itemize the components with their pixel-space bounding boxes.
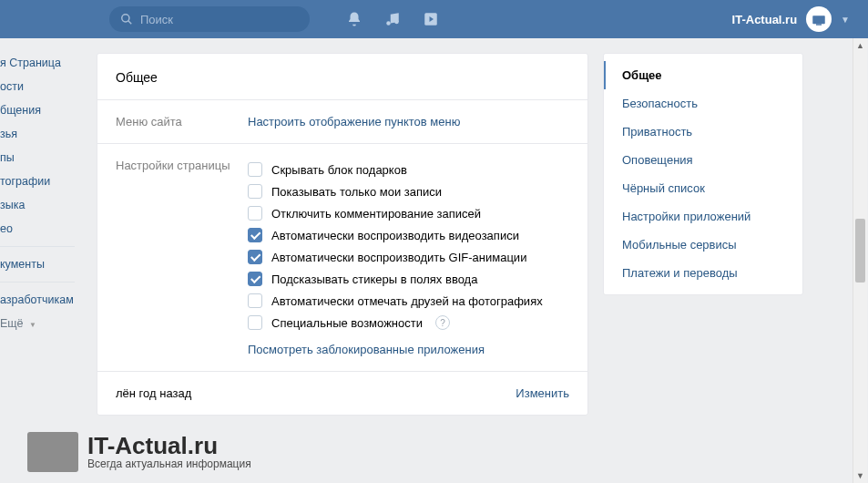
nav-item[interactable]: я Страница: [0, 51, 82, 75]
setting-checkbox-row: Автоматически воспроизводить GIF-анимаци…: [248, 246, 569, 268]
search-icon: [120, 13, 133, 26]
settings-nav-item[interactable]: Мобильные сервисы: [604, 231, 802, 259]
checkbox[interactable]: [248, 293, 262, 308]
chevron-down-icon: ▼: [841, 15, 850, 25]
scroll-up-icon[interactable]: ▲: [853, 38, 867, 53]
settings-nav-item[interactable]: Чёрный список: [604, 174, 802, 202]
setting-checkbox-row: Автоматически воспроизводить видеозаписи: [248, 224, 569, 246]
password-updated-label: лён год назад: [116, 386, 191, 400]
nav-item[interactable]: азработчикам: [0, 288, 82, 312]
nav-separator: [0, 282, 75, 283]
scrollbar[interactable]: ▲ ▼: [853, 38, 867, 483]
setting-checkbox-row: Подсказывать стикеры в полях ввода: [248, 268, 569, 290]
watermark-subtitle: Всегда актуальная информация: [87, 457, 251, 470]
settings-nav: ОбщееБезопасностьПриватностьОповещенияЧё…: [603, 53, 803, 295]
checkbox-label: Специальные возможности: [271, 316, 423, 330]
checkbox-label: Автоматически воспроизводить GIF-анимаци…: [271, 251, 526, 264]
search-box[interactable]: [109, 6, 310, 32]
checkbox[interactable]: [248, 162, 262, 177]
setting-checkbox-row: Отключить комментирование записей: [248, 202, 569, 224]
checkbox-label: Автоматически отмечать друзей на фотогра…: [271, 294, 543, 308]
checkbox-label: Скрывать блок подарков: [271, 163, 407, 177]
scroll-down-icon[interactable]: ▼: [853, 468, 867, 483]
checkbox-label: Автоматически воспроизводить видеозаписи: [271, 229, 519, 242]
nav-item[interactable]: ео: [0, 217, 82, 241]
nav-more[interactable]: Ещё ▼: [0, 312, 82, 335]
settings-nav-item[interactable]: Безопасность: [604, 89, 802, 118]
user-menu[interactable]: IT-Actual.ru ▼: [732, 6, 850, 32]
music-icon[interactable]: [384, 11, 401, 27]
play-icon[interactable]: [423, 11, 439, 27]
help-icon[interactable]: ?: [435, 315, 450, 330]
scroll-thumb[interactable]: [855, 219, 865, 283]
nav-item[interactable]: зыка: [0, 193, 82, 217]
setting-checkbox-row: Скрывать блок подарков: [248, 159, 569, 180]
svg-point-2: [386, 21, 391, 26]
settings-nav-item[interactable]: Настройки приложений: [604, 202, 802, 231]
setting-checkbox-row: Показывать только мои записи: [248, 180, 569, 202]
checkbox[interactable]: [248, 250, 262, 264]
chevron-down-icon: ▼: [29, 321, 36, 329]
checkbox[interactable]: [248, 184, 262, 199]
svg-line-1: [128, 21, 132, 25]
menu-row-label: Меню сайта: [116, 115, 248, 128]
nav-item[interactable]: тографии: [0, 170, 82, 193]
svg-point-0: [122, 15, 129, 22]
search-input[interactable]: [140, 13, 299, 26]
settings-card: Общее Меню сайта Настроить отображение п…: [97, 53, 588, 416]
nav-item[interactable]: бщения: [0, 98, 82, 122]
checkbox[interactable]: [248, 272, 262, 286]
blocked-apps-link[interactable]: Посмотреть заблокированные приложения: [248, 343, 485, 356]
password-change-link[interactable]: Изменить: [516, 386, 569, 400]
setting-checkbox-row: Автоматически отмечать друзей на фотогра…: [248, 290, 569, 312]
nav-separator: [0, 246, 75, 247]
checkbox-label: Подсказывать стикеры в полях ввода: [271, 272, 477, 286]
checkbox-label: Отключить комментирование записей: [271, 207, 481, 221]
settings-nav-item[interactable]: Общее: [604, 61, 802, 89]
settings-nav-item[interactable]: Платежи и переводы: [604, 259, 802, 287]
left-nav: я Страницаостибщениязьяпытографиизыкаеок…: [0, 38, 82, 416]
menu-row: Меню сайта Настроить отображение пунктов…: [97, 100, 587, 144]
watermark-icon: [27, 432, 78, 472]
settings-nav-item[interactable]: Оповещения: [604, 146, 802, 174]
bell-icon[interactable]: [346, 11, 363, 27]
checkbox[interactable]: [248, 315, 262, 330]
topbar-icons: [346, 11, 439, 27]
checkbox[interactable]: [248, 228, 262, 242]
page-settings-label: Настройки страницы: [116, 159, 248, 356]
menu-config-link[interactable]: Настроить отображение пунктов меню: [248, 115, 460, 128]
setting-checkbox-row: Специальные возможности?: [248, 312, 569, 334]
nav-item[interactable]: пы: [0, 146, 82, 170]
checkbox[interactable]: [248, 206, 262, 221]
svg-point-3: [394, 20, 399, 25]
watermark: IT-Actual.ru Всегда актуальная информаци…: [27, 432, 251, 472]
settings-title: Общее: [97, 54, 587, 100]
svg-rect-6: [816, 24, 822, 26]
password-row: лён год назад Изменить: [97, 372, 587, 415]
username-label: IT-Actual.ru: [732, 13, 798, 26]
avatar: [806, 6, 832, 32]
svg-rect-5: [812, 15, 825, 24]
watermark-title: IT-Actual.ru: [87, 434, 251, 457]
nav-item[interactable]: ости: [0, 75, 82, 98]
top-bar: IT-Actual.ru ▼: [0, 0, 868, 38]
settings-nav-item[interactable]: Приватность: [604, 118, 802, 146]
page-settings-row: Настройки страницы Скрывать блок подарко…: [97, 144, 587, 372]
checkbox-label: Показывать только мои записи: [271, 185, 442, 199]
nav-item[interactable]: зья: [0, 122, 82, 146]
nav-item[interactable]: кументы: [0, 252, 82, 276]
